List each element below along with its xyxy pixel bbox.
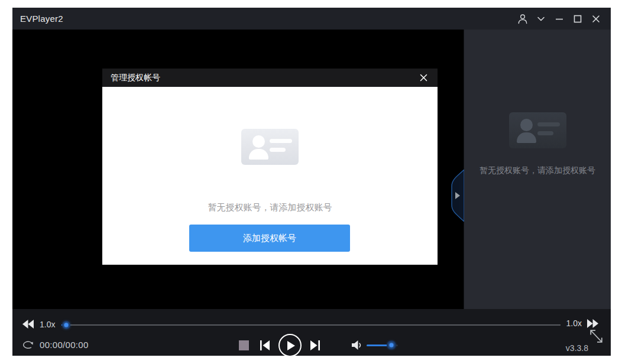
dialog-body: 暂无授权账号，请添加授权账号 添加授权帐号 xyxy=(102,87,438,265)
close-icon xyxy=(592,15,600,23)
add-account-button[interactable]: 添加授权帐号 xyxy=(189,225,350,252)
close-button[interactable] xyxy=(587,8,605,30)
account-card-illustration xyxy=(509,112,566,148)
close-icon xyxy=(420,74,427,82)
user-icon xyxy=(517,13,529,25)
dialog-close-button[interactable] xyxy=(414,69,432,87)
dialog-title: 管理授权帐号 xyxy=(111,73,160,83)
dialog-header: 管理授权帐号 xyxy=(102,69,438,87)
progress-slider[interactable] xyxy=(61,324,561,326)
speed-left-label: 1.0x xyxy=(40,320,55,329)
volume-slider[interactable] xyxy=(367,344,398,346)
volume-thumb[interactable] xyxy=(387,340,396,350)
mute-button[interactable] xyxy=(352,340,362,350)
volume-icon xyxy=(352,340,362,350)
titlebar: EVPlayer2 xyxy=(12,8,611,30)
previous-button[interactable] xyxy=(260,340,270,350)
next-button[interactable] xyxy=(310,340,320,350)
account-card-illustration xyxy=(241,129,299,165)
sidebar-collapse-handle[interactable] xyxy=(451,170,464,222)
minimize-icon xyxy=(555,15,563,23)
fullscreen-button[interactable] xyxy=(589,327,604,345)
play-button[interactable] xyxy=(278,334,302,356)
manage-accounts-dialog: 管理授权帐号 暂无授权账号，请添加授权账号 添加授权帐号 xyxy=(102,69,438,265)
titlebar-buttons xyxy=(513,8,605,30)
maximize-icon xyxy=(574,15,582,23)
time-display: 00:00/00:00 xyxy=(40,340,89,350)
person-silhouette-icon xyxy=(520,119,533,131)
app-title: EVPlayer2 xyxy=(12,14,63,24)
loop-mode-button[interactable] xyxy=(22,340,34,349)
app-window: EVPlayer2 xyxy=(12,8,611,356)
account-sidebar: 暂无授权账号，请添加授权账号 xyxy=(464,30,611,309)
next-track-icon xyxy=(310,340,320,350)
speed-down-button[interactable] xyxy=(22,320,34,329)
sidebar-empty-text: 暂无授权账号，请添加授权账号 xyxy=(464,165,611,176)
dialog-empty-text: 暂无授权账号，请添加授权账号 xyxy=(102,202,438,213)
progress-thumb[interactable] xyxy=(62,321,70,329)
version-label: v3.3.8 xyxy=(566,343,588,353)
person-silhouette-icon xyxy=(252,135,265,148)
speed-right-label: 1.0x xyxy=(566,318,582,328)
play-icon xyxy=(287,341,295,350)
account-button[interactable] xyxy=(513,8,532,30)
chevron-down-icon xyxy=(536,14,546,24)
maximize-button[interactable] xyxy=(568,8,587,30)
stop-button[interactable] xyxy=(239,340,249,350)
player-controls: 1.0x 1.0x 00:00/00:00 xyxy=(12,309,611,356)
loop-icon xyxy=(22,340,34,349)
minimize-button[interactable] xyxy=(550,8,568,30)
expand-icon xyxy=(589,327,604,345)
previous-track-icon xyxy=(260,340,270,350)
menu-button[interactable] xyxy=(532,8,550,30)
rewind-icon xyxy=(22,320,34,329)
